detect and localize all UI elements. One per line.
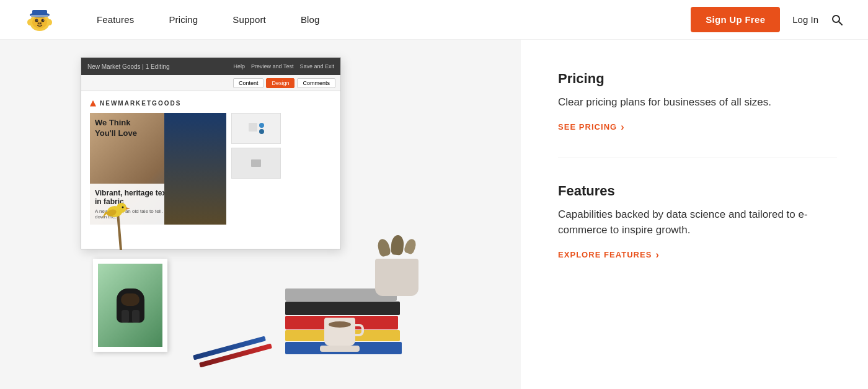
brand-logo-mini bbox=[90, 101, 96, 107]
svg-line-16 bbox=[839, 22, 842, 25]
book-2 bbox=[285, 302, 400, 315]
mockup-topbar: New Market Goods | 1 Editing Help Previe… bbox=[81, 58, 340, 75]
succulent-decoration bbox=[375, 239, 418, 296]
sidebar-block-2 bbox=[231, 148, 281, 179]
search-icon bbox=[831, 14, 843, 26]
mockup-preview[interactable]: Preview and Test bbox=[251, 63, 293, 69]
mockup-sidebar bbox=[231, 113, 281, 225]
nav-blog[interactable]: Blog bbox=[283, 14, 337, 25]
mockup-brand: NEWMARKETGOODS bbox=[90, 100, 332, 107]
right-panel: Pricing Clear pricing plans for business… bbox=[521, 40, 868, 389]
pricing-title: Pricing bbox=[558, 71, 837, 87]
sidebar-block-1 bbox=[231, 113, 281, 144]
cup-decoration bbox=[324, 318, 360, 352]
explore-features-link[interactable]: EXPLORE FEATURES › bbox=[558, 249, 837, 261]
frame-decoration bbox=[93, 259, 167, 352]
cup-body bbox=[324, 318, 355, 346]
features-block: Features Capabilities backed by data sci… bbox=[558, 183, 837, 261]
main-nav: Features Pricing Support Blog bbox=[79, 14, 691, 25]
frame-inner bbox=[98, 264, 162, 347]
svg-point-3 bbox=[42, 19, 45, 22]
features-description: Capabilities backed by data science and … bbox=[558, 207, 837, 238]
plant-leaves bbox=[375, 239, 418, 256]
pricing-arrow-icon: › bbox=[621, 122, 624, 133]
pricing-description: Clear pricing plans for businesses of al… bbox=[558, 94, 837, 110]
mockup-save[interactable]: Save and Exit bbox=[299, 63, 334, 69]
mockup-topbar-right: Help Preview and Test Save and Exit bbox=[234, 63, 334, 69]
svg-point-14 bbox=[47, 19, 52, 25]
svg-point-2 bbox=[35, 19, 38, 22]
see-pricing-link[interactable]: SEE PRICING › bbox=[558, 122, 837, 133]
hero-section: New Market Goods | 1 Editing Help Previe… bbox=[0, 40, 521, 389]
tab-comments[interactable]: Comments bbox=[297, 78, 335, 88]
leaf-1 bbox=[376, 238, 392, 257]
svg-line-17 bbox=[118, 213, 121, 250]
pencils-decoration bbox=[192, 346, 273, 358]
leaf-3 bbox=[403, 238, 417, 255]
features-arrow-icon: › bbox=[655, 249, 659, 261]
explore-features-label: EXPLORE FEATURES bbox=[558, 250, 652, 259]
svg-marker-21 bbox=[126, 207, 130, 210]
signup-button[interactable]: Sign Up Free bbox=[691, 7, 780, 32]
search-button[interactable] bbox=[831, 14, 843, 26]
divider bbox=[558, 158, 837, 158]
svg-point-22 bbox=[122, 207, 124, 208]
leaf-2 bbox=[391, 235, 405, 256]
header-right: Sign Up Free Log In bbox=[691, 7, 843, 32]
see-pricing-label: SEE PRICING bbox=[558, 122, 617, 132]
nav-pricing[interactable]: Pricing bbox=[151, 14, 215, 25]
svg-point-20 bbox=[117, 203, 126, 213]
pot-body bbox=[375, 259, 418, 296]
cup-saucer bbox=[320, 346, 360, 352]
pricing-block: Pricing Clear pricing plans for business… bbox=[558, 71, 837, 133]
main-content: New Market Goods | 1 Editing Help Previe… bbox=[0, 40, 868, 389]
svg-point-4 bbox=[37, 19, 38, 20]
login-link[interactable]: Log In bbox=[792, 14, 818, 25]
header: Features Pricing Support Blog Sign Up Fr… bbox=[0, 0, 868, 40]
mockup-toolbar: Content Design Comments bbox=[81, 75, 340, 91]
cup-handle bbox=[355, 324, 364, 336]
brand-name: NEWMARKETGOODS bbox=[100, 100, 181, 107]
svg-point-5 bbox=[43, 19, 44, 20]
svg-rect-12 bbox=[31, 16, 48, 17]
svg-point-13 bbox=[27, 19, 32, 25]
mockup-headline: We ThinkYou'll Love bbox=[95, 118, 226, 139]
mockup-help[interactable]: Help bbox=[234, 63, 246, 69]
mockup-topbar-title: New Market Goods | 1 Editing bbox=[87, 63, 170, 70]
tab-content[interactable]: Content bbox=[233, 78, 264, 88]
tab-design[interactable]: Design bbox=[266, 78, 294, 88]
svg-point-6 bbox=[37, 22, 42, 25]
features-title: Features bbox=[558, 183, 837, 199]
nav-support[interactable]: Support bbox=[215, 14, 283, 25]
nav-features[interactable]: Features bbox=[79, 14, 151, 25]
svg-point-7 bbox=[38, 22, 40, 24]
logo[interactable] bbox=[25, 5, 55, 35]
svg-point-8 bbox=[40, 22, 42, 24]
bird-decoration bbox=[99, 200, 143, 253]
